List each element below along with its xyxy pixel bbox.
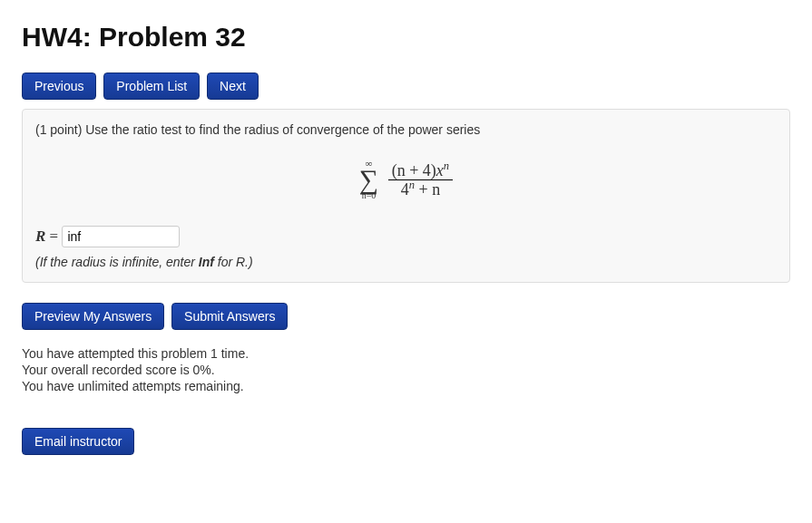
hint-text: (If the radius is infinite, enter Inf fo…: [35, 255, 777, 269]
problem-box: (1 point) Use the ratio test to find the…: [22, 109, 790, 283]
problem-prompt: (1 point) Use the ratio test to find the…: [35, 122, 777, 137]
answer-equals: =: [45, 228, 62, 245]
numerator-exp: n: [444, 160, 449, 172]
status-score: Your overall recorded score is 0%.: [22, 363, 790, 377]
email-row: Email instructor: [22, 428, 790, 455]
power-series-formula: ∞ ∑ n=0 (n + 4)xn 4n + n: [35, 159, 777, 200]
numerator-var: x: [436, 161, 444, 179]
problem-list-button[interactable]: Problem List: [103, 73, 200, 100]
hint-bold: Inf: [199, 255, 214, 269]
sigma-icon: ∑: [359, 167, 378, 192]
page-title: HW4: Problem 32: [22, 22, 790, 53]
action-buttons: Preview My Answers Submit Answers: [22, 303, 790, 330]
answer-row: R =: [35, 226, 777, 247]
sum-lower-bound: n=0: [359, 191, 378, 200]
status-attempted: You have attempted this problem 1 time.: [22, 346, 790, 361]
denominator-tail: + n: [415, 180, 440, 199]
nav-buttons: Previous Problem List Next: [22, 73, 790, 100]
status-remaining: You have unlimited attempts remaining.: [22, 379, 790, 393]
preview-answers-button[interactable]: Preview My Answers: [22, 303, 164, 330]
status-block: You have attempted this problem 1 time. …: [22, 346, 790, 393]
denominator-base: 4: [401, 180, 409, 199]
answer-variable: R: [35, 228, 45, 245]
hint-suffix: for R.): [214, 255, 253, 269]
hint-prefix: (If the radius is infinite, enter: [35, 255, 199, 269]
radius-input[interactable]: [62, 226, 180, 247]
submit-answers-button[interactable]: Submit Answers: [171, 303, 288, 330]
previous-button[interactable]: Previous: [22, 73, 96, 100]
email-instructor-button[interactable]: Email instructor: [22, 428, 134, 455]
numerator-coeff: (n + 4): [392, 161, 436, 179]
next-button[interactable]: Next: [207, 73, 259, 100]
